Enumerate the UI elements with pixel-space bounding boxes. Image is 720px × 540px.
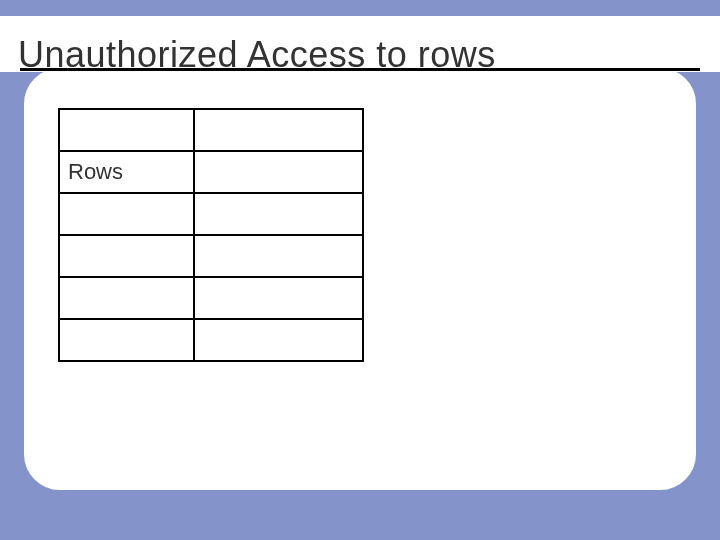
table-row [59,277,363,319]
rows-table: Rows [58,108,364,362]
cell-label [59,319,194,361]
cell-label: Rows [59,151,194,193]
cell-label [59,109,194,151]
title-underline [20,68,700,71]
cell-value [194,319,363,361]
table-row [59,193,363,235]
cell-value [194,235,363,277]
cell-label [59,193,194,235]
table-row [59,235,363,277]
cell-value [194,277,363,319]
title-strip: Unauthorized Access to rows [0,16,720,72]
table-row: Rows [59,151,363,193]
cell-value [194,151,363,193]
table-row [59,109,363,151]
cell-label [59,235,194,277]
cell-value [194,193,363,235]
cell-label [59,277,194,319]
cell-value [194,109,363,151]
table-row [59,319,363,361]
